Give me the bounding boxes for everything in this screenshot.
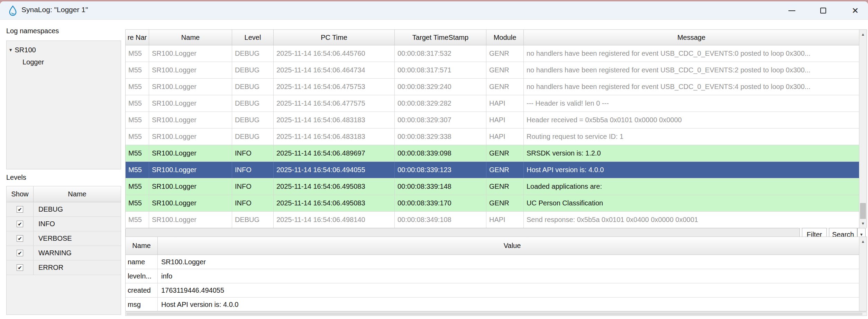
chevron-down-icon[interactable]: ▾ xyxy=(9,47,12,53)
log-row[interactable]: M55SR100.LoggerDEBUG2025-11-14 16:54:06.… xyxy=(126,112,867,129)
level-checkbox[interactable]: ✔ xyxy=(17,264,23,271)
detail-table: Name Value nameSR100.Loggerleveln...info… xyxy=(125,237,867,311)
log-row[interactable]: M55SR100.LoggerDEBUG2025-11-14 16:54:06.… xyxy=(126,79,867,95)
detail-field-value: 1763119446.494055 xyxy=(158,283,867,297)
log-column-header-name[interactable]: Name xyxy=(149,30,232,45)
tree-item-sr100[interactable]: ▾ SR100 xyxy=(7,44,121,56)
app-root: SynaLog: "Logger 1" ✕ Log namespaces ▾ S… xyxy=(0,0,868,319)
log-cell-module: GENR xyxy=(486,162,524,178)
levels-header-name[interactable]: Name xyxy=(34,186,121,202)
scroll-down-icon[interactable]: ▼ xyxy=(859,219,867,228)
levels-header-show[interactable]: Show xyxy=(7,186,34,202)
log-row[interactable]: M55SR100.LoggerINFO2025-11-14 16:54:06.4… xyxy=(126,195,867,212)
log-cell-module: HAPI xyxy=(486,112,524,128)
close-button[interactable]: ✕ xyxy=(845,1,866,20)
log-cell-message: Routing request to service ID: 1 xyxy=(524,129,859,145)
log-row[interactable]: M55SR100.LoggerDEBUG2025-11-14 16:54:06.… xyxy=(126,212,867,228)
log-cell-module: GENR xyxy=(486,178,524,195)
level-row[interactable]: ✔VERBOSE xyxy=(7,231,121,246)
log-cell-level: DEBUG xyxy=(232,112,274,128)
detail-field-name: name xyxy=(126,255,158,269)
log-cell-pc_time: 2025-11-14 16:54:06.498140 xyxy=(274,212,395,228)
close-icon: ✕ xyxy=(852,7,859,15)
log-table-vertical-scrollbar[interactable]: ▲ ▼ xyxy=(859,30,867,228)
log-column-header-module[interactable]: Module xyxy=(486,30,524,45)
log-cell-target_ts: 00:00:08:339:123 xyxy=(395,162,486,178)
detail-header-name[interactable]: Name xyxy=(126,237,158,255)
synalog-window: SynaLog: "Logger 1" ✕ Log namespaces ▾ S… xyxy=(0,1,868,319)
maximize-button[interactable] xyxy=(813,1,833,20)
titlebar[interactable]: SynaLog: "Logger 1" ✕ xyxy=(0,1,868,20)
detail-row[interactable]: nameSR100.Logger xyxy=(126,255,867,269)
log-row[interactable]: M55SR100.LoggerDEBUG2025-11-14 16:54:06.… xyxy=(126,45,867,62)
levels-rows: ✔DEBUG✔INFO✔VERBOSE✔WARNING✔ERROR xyxy=(7,202,121,275)
log-cell-pc_time: 2025-11-14 16:54:06.495083 xyxy=(274,195,395,211)
log-row[interactable]: M55SR100.LoggerDEBUG2025-11-14 16:54:06.… xyxy=(126,129,867,145)
log-cell-message: SRSDK version is: 1.2.0 xyxy=(524,145,859,161)
log-cell-core: M55 xyxy=(126,62,149,78)
log-cell-name: SR100.Logger xyxy=(149,62,232,78)
log-cell-message: Host API version is: 4.0.0 xyxy=(524,162,859,178)
log-cell-level: INFO xyxy=(232,178,274,195)
level-name: VERBOSE xyxy=(34,231,121,246)
log-cell-pc_time: 2025-11-14 16:54:06.495083 xyxy=(274,178,395,195)
scrollbar-thumb[interactable] xyxy=(126,313,862,315)
level-checkbox[interactable]: ✔ xyxy=(17,235,23,242)
log-cell-level: DEBUG xyxy=(232,129,274,145)
levels-table-header: Show Name xyxy=(7,186,121,202)
detail-field-name: created xyxy=(126,283,158,297)
detail-horizontal-scrollbar[interactable] xyxy=(125,312,867,316)
log-cell-name: SR100.Logger xyxy=(149,145,232,161)
log-row[interactable]: M55SR100.LoggerINFO2025-11-14 16:54:06.4… xyxy=(126,162,867,178)
log-column-header-core[interactable]: re Nar xyxy=(126,30,149,45)
log-column-header-message[interactable]: Message xyxy=(524,30,859,45)
level-checkbox[interactable]: ✔ xyxy=(17,206,23,213)
minimize-button[interactable] xyxy=(782,1,802,20)
log-row[interactable]: M55SR100.LoggerDEBUG2025-11-14 16:54:06.… xyxy=(126,62,867,79)
level-checkbox[interactable]: ✔ xyxy=(17,250,23,256)
scroll-up-icon[interactable]: ▲ xyxy=(859,30,867,38)
tree-item-label: SR100 xyxy=(15,46,36,54)
log-cell-pc_time: 2025-11-14 16:54:06.489697 xyxy=(274,145,395,161)
log-cell-core: M55 xyxy=(126,162,149,178)
detail-header-value[interactable]: Value xyxy=(158,237,867,255)
log-column-header-pc_time[interactable]: PC Time xyxy=(274,30,395,45)
log-cell-target_ts: 00:00:08:339:170 xyxy=(395,195,486,211)
log-table: re NarNameLevelPC TimeTarget TimeStampMo… xyxy=(125,29,867,228)
detail-row[interactable]: created1763119446.494055 xyxy=(126,283,867,298)
log-row[interactable]: M55SR100.LoggerINFO2025-11-14 16:54:06.4… xyxy=(126,178,867,195)
chevron-down-icon: ▼ xyxy=(860,232,864,237)
log-cell-target_ts: 00:00:08:349:108 xyxy=(395,212,486,228)
log-cell-target_ts: 00:00:08:317:571 xyxy=(395,62,486,78)
detail-row[interactable]: msgHost API version is: 4.0.0 xyxy=(126,298,867,312)
log-cell-name: SR100.Logger xyxy=(149,95,232,112)
log-cell-name: SR100.Logger xyxy=(149,45,232,62)
level-row[interactable]: ✔DEBUG xyxy=(7,202,121,217)
log-cell-level: DEBUG xyxy=(232,45,274,62)
log-column-header-level[interactable]: Level xyxy=(232,30,274,45)
level-name: DEBUG xyxy=(34,202,121,216)
detail-field-name: leveln... xyxy=(126,269,158,283)
level-row[interactable]: ✔WARNING xyxy=(7,246,121,260)
log-cell-module: HAPI xyxy=(486,129,524,145)
log-cell-target_ts: 00:00:08:329:307 xyxy=(395,112,486,128)
level-row[interactable]: ✔ERROR xyxy=(7,260,121,275)
log-cell-pc_time: 2025-11-14 16:54:06.477575 xyxy=(274,95,395,112)
log-cell-name: SR100.Logger xyxy=(149,212,232,228)
log-row[interactable]: M55SR100.LoggerINFO2025-11-14 16:54:06.4… xyxy=(126,145,867,162)
level-row[interactable]: ✔INFO xyxy=(7,217,121,231)
log-cell-level: DEBUG xyxy=(232,95,274,112)
scroll-up-icon[interactable]: ▲ xyxy=(859,237,867,246)
level-show-cell: ✔ xyxy=(7,202,34,216)
log-column-header-target_ts[interactable]: Target TimeStamp xyxy=(395,30,486,45)
detail-row[interactable]: leveln...info xyxy=(126,269,867,283)
level-checkbox[interactable]: ✔ xyxy=(17,221,23,227)
log-table-body: M55SR100.LoggerDEBUG2025-11-14 16:54:06.… xyxy=(126,45,867,228)
detail-vertical-scrollbar[interactable]: ▲ xyxy=(859,237,867,311)
tree-item-logger[interactable]: Logger xyxy=(7,56,121,68)
log-cell-core: M55 xyxy=(126,129,149,145)
window-title: SynaLog: "Logger 1" xyxy=(21,6,88,14)
log-row[interactable]: M55SR100.LoggerDEBUG2025-11-14 16:54:06.… xyxy=(126,95,867,112)
levels-panel: Show Name ✔DEBUG✔INFO✔VERBOSE✔WARNING✔ER… xyxy=(6,186,121,315)
detail-field-value: SR100.Logger xyxy=(158,255,867,269)
